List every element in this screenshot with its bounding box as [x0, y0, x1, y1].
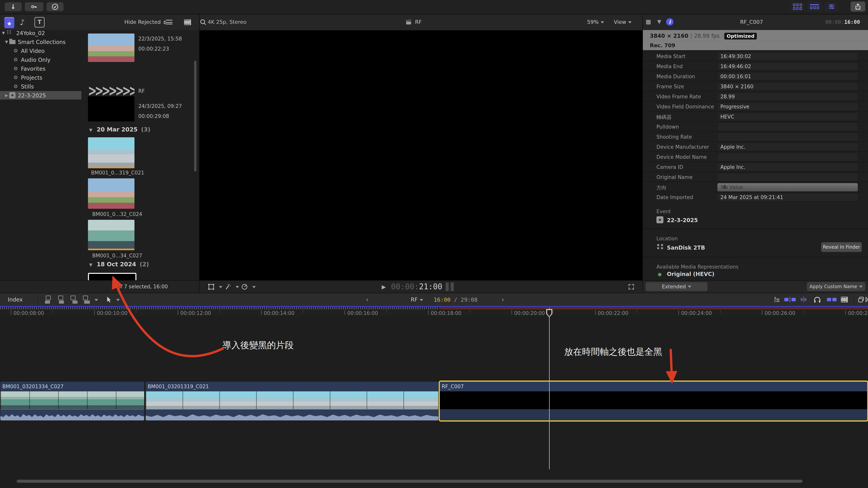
show-inspector-button[interactable]: [824, 2, 839, 11]
sidebar-item-projects[interactable]: ⚙Projects: [0, 73, 81, 82]
library-grid-icon: ★★★★: [656, 243, 663, 250]
browser-date-group[interactable]: ▼18 Oct 2024(2): [89, 261, 149, 268]
search-icon[interactable]: [199, 19, 207, 26]
ruler-major-tick: [762, 310, 763, 315]
clip-skimming-toggle-icon[interactable]: [784, 298, 796, 302]
disclosure-closed-icon[interactable]: ▶: [5, 93, 8, 98]
index-button[interactable]: Index: [8, 296, 23, 303]
ruler-timecode-label: 00:00:18:00: [431, 310, 462, 316]
show-timeline-button[interactable]: [807, 2, 822, 11]
inspector-extended-toggle[interactable]: Extended: [646, 282, 708, 291]
skimming-toggle-icon[interactable]: [772, 295, 781, 304]
info-inspector-tab-icon[interactable]: i: [666, 18, 674, 26]
inspector-duration-timecode: 00:00:16:00: [826, 19, 860, 25]
append-edit-tool[interactable]: [70, 295, 79, 304]
sidebar-item-label: Favorites: [21, 66, 45, 72]
next-project-button[interactable]: ›: [501, 295, 504, 303]
transitions-browser-icon[interactable]: [865, 296, 868, 303]
browser-project-thumbnail[interactable]: [88, 96, 134, 122]
keyword-editor-button[interactable]: [25, 2, 43, 11]
solo-headphones-icon[interactable]: [813, 295, 822, 304]
disclosure-open-icon[interactable]: ▼: [2, 31, 5, 35]
inspector-row-方向: 方向No Value: [643, 182, 868, 192]
browser-panel: 22/3/2025, 15:58 00:00:22:23 >>>>>>> RF …: [81, 30, 199, 280]
play-button[interactable]: ▶: [382, 284, 386, 290]
audio-skimming-toggle-icon[interactable]: [799, 295, 808, 304]
browser-clip-thumbnail[interactable]: [88, 33, 134, 62]
inspector-row-media-start: Media Start16:49:30:02: [643, 51, 868, 61]
sidebar-item-all-video[interactable]: ⚙All Video: [0, 46, 81, 55]
audio-meter[interactable]: [445, 283, 449, 291]
audio-meter[interactable]: [451, 283, 454, 291]
event-star-icon: ★: [656, 216, 663, 223]
chevron-down-icon[interactable]: [252, 286, 256, 288]
sidebar-item-favorites[interactable]: ⚙Favorites: [0, 64, 81, 73]
metadata-value-field: 16:49:30:02: [717, 52, 858, 61]
overwrite-edit-tool[interactable]: [82, 295, 91, 304]
titles-generators-sidebar-icon[interactable]: T: [34, 17, 44, 28]
chevron-down-icon: [600, 21, 604, 24]
browser-date-group[interactable]: ▼20 Mar 2025(3): [89, 126, 150, 133]
reveal-in-finder-button[interactable]: Reveal In Finder: [821, 242, 862, 252]
browser-clip-thumbnail[interactable]: [88, 178, 134, 209]
clip-appearance-list-icon[interactable]: [166, 20, 173, 26]
metadata-value-field: 16:49:46:02: [717, 62, 858, 71]
disclosure-open-icon[interactable]: ▼: [5, 39, 8, 44]
background-tasks-button[interactable]: [46, 2, 64, 11]
browser-clip-thumbnail[interactable]: [88, 137, 134, 168]
share-button[interactable]: [850, 2, 865, 11]
media-sidebar-icon[interactable]: ★: [4, 17, 14, 28]
metadata-value-field: Progressive: [717, 102, 858, 111]
clip-audio-waveform: [0, 409, 144, 420]
viewer-view-menu[interactable]: View: [614, 19, 631, 25]
effects-browser-icon[interactable]: [857, 296, 865, 303]
browser-scrollbar[interactable]: [194, 61, 196, 171]
sidebar-item-stills[interactable]: ⚙Stills: [0, 82, 81, 91]
orientation-select[interactable]: No Value: [717, 183, 858, 192]
playhead[interactable]: [549, 308, 550, 469]
inspector-row-device-model-name: Device Model Name: [643, 152, 868, 162]
insert-edit-tool[interactable]: [57, 295, 66, 304]
import-media-button[interactable]: ↓: [5, 2, 22, 11]
ruler-minor-tick: [470, 310, 470, 313]
snapping-toggle-icon[interactable]: [827, 298, 837, 301]
sidebar-item-smart-collections[interactable]: ▼Smart Collections: [0, 38, 81, 46]
timeline-horizontal-scrollbar[interactable]: [17, 480, 803, 483]
hide-rejected-filter[interactable]: Hide Rejected: [124, 19, 166, 25]
viewer-zoom-menu[interactable]: 59%: [587, 19, 604, 25]
chevron-down-icon: [859, 286, 863, 288]
clip-filmstrip: [0, 391, 144, 409]
connect-edit-tool[interactable]: [45, 295, 54, 304]
browser-clip-thumbnail[interactable]: [88, 220, 134, 250]
ruler-minor-tick: [637, 310, 637, 313]
apply-custom-name-button[interactable]: Apply Custom Name: [807, 282, 865, 291]
audio-inspector-tab-icon[interactable]: ▼: [657, 19, 661, 25]
ruler-timecode-label: 00:00:14:00: [264, 310, 294, 316]
ruler-major-tick: [845, 310, 846, 315]
sidebar-item-22-3-2025[interactable]: ▶★22-3-2025: [0, 91, 81, 100]
timeline-clip-selected[interactable]: RF_C007: [440, 382, 867, 420]
folder-icon: [9, 40, 16, 44]
photos-audio-sidebar-icon[interactable]: ♪: [20, 18, 25, 27]
filmstrip-view-icon[interactable]: [184, 19, 191, 25]
project-duration: 00:00:29:08: [138, 113, 169, 119]
clip-appearance-icon[interactable]: [841, 297, 848, 302]
sidebar-item-audio-only[interactable]: ⚙Audio Only: [0, 55, 81, 64]
sidebar-item-24yoko-02[interactable]: ▼★★★★24Yoko_02: [0, 29, 81, 37]
inspector-row-pulldown: Pulldown: [643, 121, 868, 132]
metadata-value-field: [717, 133, 858, 141]
inspector-row-date-imported: Date Imported24 Mar 2025 at 09:21:41: [643, 192, 868, 202]
event-section-label: Event: [656, 208, 671, 215]
show-browser-button[interactable]: [790, 2, 805, 11]
ruler-major-tick: [428, 310, 429, 315]
video-inspector-tab-icon[interactable]: ▦: [646, 18, 651, 25]
fullscreen-icon[interactable]: [628, 283, 635, 290]
ruler-minor-tick: [804, 310, 804, 313]
timeline-project-menu[interactable]: RF: [411, 296, 423, 303]
chevron-down-icon: [420, 299, 423, 301]
event-name[interactable]: 22-3-2025: [667, 217, 698, 224]
inspector-row-video-field-dominance: Video Field DominanceProgressive: [643, 101, 868, 111]
previous-project-button[interactable]: ‹: [366, 295, 369, 303]
ruler-minor-tick: [303, 310, 303, 313]
project-filmstrip-chevrons[interactable]: >>>>>>>: [88, 84, 134, 98]
